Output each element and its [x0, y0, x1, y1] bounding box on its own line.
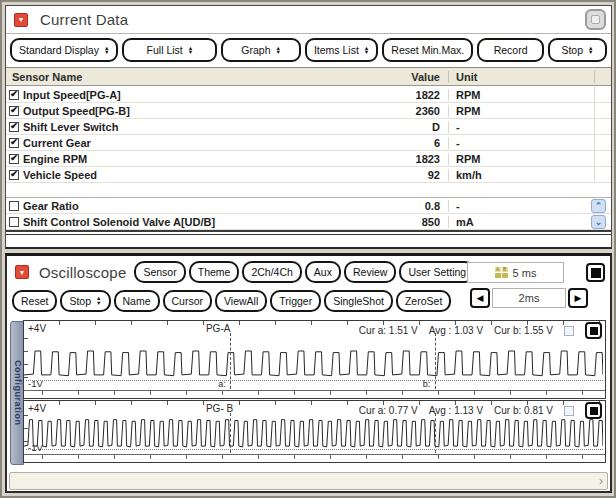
timebase-increase-button[interactable]: ▶	[568, 288, 588, 308]
table-row[interactable]: Shift Control Solenoid Valve A[UD/B]850m…	[6, 214, 611, 230]
name-button[interactable]: Name	[114, 290, 160, 312]
timebase-decrease-button[interactable]: ◀	[470, 288, 490, 308]
table-row[interactable]: Shift Lever SwitchD-	[6, 119, 611, 135]
collapse-toggle-icon[interactable]: ▼	[14, 13, 28, 27]
table-row[interactable]: Input Speed[PG-A]1822RPM	[6, 87, 611, 103]
maximize-button[interactable]	[585, 9, 606, 30]
review-button[interactable]: Review	[344, 261, 396, 283]
sensor-unit: km/h	[449, 167, 595, 182]
viewall-button[interactable]: ViewAll	[215, 290, 267, 312]
spinner-arrows-icon: ▲▼	[588, 46, 593, 55]
button-label: Graph	[241, 44, 270, 56]
sample-rate-box[interactable]: AB 5 ms	[467, 262, 564, 283]
oscilloscope-header: ▼ Oscilloscope SensorTheme2Ch/4ChAuxRevi…	[7, 258, 610, 286]
stop-button[interactable]: Stop▲▼	[548, 38, 607, 62]
checked-checkbox[interactable]	[9, 170, 19, 180]
checked-checkbox[interactable]	[9, 90, 19, 100]
cursor-a-line[interactable]	[230, 413, 231, 453]
table-row[interactable]: Current Gear6-	[6, 135, 611, 151]
2ch-4ch-button[interactable]: 2Ch/4Ch	[242, 261, 301, 283]
spinner-arrows-icon: ▲▼	[276, 46, 281, 55]
sensor-name: Shift Lever Switch	[23, 121, 365, 133]
black-square-icon	[591, 268, 601, 278]
channel-checkbox[interactable]	[564, 406, 574, 416]
sensor-value: 1822	[365, 89, 449, 101]
singleshot-button[interactable]: SingleShot	[324, 290, 393, 312]
cursor-b-line[interactable]	[435, 413, 436, 453]
spinner-arrows-icon: ▲▼	[188, 46, 193, 55]
channel-stop-button[interactable]	[585, 402, 602, 419]
items-list-button[interactable]: Items List▲▼	[305, 38, 378, 62]
timebase-value-box[interactable]: 2ms	[492, 288, 566, 308]
configuration-side-tab[interactable]: Configuration	[10, 321, 24, 465]
black-square-icon	[590, 327, 598, 335]
scope-stop-button[interactable]	[586, 263, 605, 282]
scope-header-buttons: SensorTheme2Ch/4ChAuxReviewUser Setting	[134, 261, 475, 283]
user-setting-button[interactable]: User Setting	[399, 261, 475, 283]
sensor-unit: -	[449, 135, 595, 150]
checked-checkbox[interactable]	[9, 154, 19, 164]
trigger-button[interactable]: Trigger	[270, 290, 321, 312]
channel-checkbox[interactable]	[564, 326, 574, 336]
collapse-toggle-icon[interactable]: ▼	[15, 265, 29, 279]
sensor-value: 6	[365, 137, 449, 149]
button-label: User Setting	[408, 266, 466, 278]
button-label: Cursor	[172, 295, 204, 307]
button-label: Full List	[147, 44, 183, 56]
sensor-name: Vehicle Speed	[23, 169, 365, 181]
table-end-divider	[6, 230, 611, 235]
button-label: Review	[353, 266, 387, 278]
oscilloscope-title: Oscilloscope	[39, 264, 126, 281]
button-label: Theme	[198, 266, 231, 278]
sensor-value: 92	[365, 169, 449, 181]
checked-checkbox[interactable]	[9, 122, 19, 132]
maximize-icon	[591, 15, 600, 24]
spinner-arrows-icon: ▲▼	[364, 46, 369, 55]
table-row[interactable]: Engine RPM1823RPM	[6, 151, 611, 167]
unchecked-checkbox[interactable]	[9, 217, 19, 227]
standard-display-button[interactable]: Standard Display▲▼	[10, 38, 118, 62]
cursor-a-label: a:	[218, 379, 226, 389]
reset-min-max-button[interactable]: Reset Min.Max.	[382, 38, 473, 62]
spinner-arrows-icon: ▲▼	[96, 296, 101, 305]
aux-button[interactable]: Aux	[305, 261, 341, 283]
cursor-a-value: Cur a: 0.77 V	[359, 405, 418, 416]
cursor-b-line[interactable]	[435, 333, 436, 389]
button-label: Sensor	[143, 266, 176, 278]
record-button[interactable]: Record	[477, 38, 544, 62]
scroll-right-icon: ›	[599, 474, 603, 488]
cursor-a-line[interactable]	[230, 333, 231, 389]
theme-button[interactable]: Theme	[189, 261, 240, 283]
cursor-b-value: Cur b: 0.81 V	[494, 405, 553, 416]
unchecked-checkbox[interactable]	[9, 201, 19, 211]
current-data-toolbar: Standard Display▲▼Full List▲▼Graph▲▼Item…	[6, 35, 611, 65]
channel-stop-button[interactable]	[585, 322, 602, 339]
checked-checkbox[interactable]	[9, 138, 19, 148]
full-list-button[interactable]: Full List▲▼	[122, 38, 217, 62]
scroll-down-button[interactable]: ⌄	[591, 215, 606, 229]
cursor-button[interactable]: Cursor	[163, 290, 213, 312]
average-value: Avg : 1.03 V	[429, 325, 483, 336]
scope-channels: +4V PG-A Cur a: 1.51 V Avg : 1.03 V Cur …	[23, 320, 606, 464]
reset-button[interactable]: Reset	[12, 290, 57, 312]
column-sensor-name: Sensor Name	[6, 71, 365, 83]
table-header: Sensor Name Value Unit	[6, 67, 611, 86]
stop-button[interactable]: Stop▲▼	[60, 290, 110, 312]
graph-button[interactable]: Graph▲▼	[221, 38, 301, 62]
zeroset-button[interactable]: ZeroSet	[396, 290, 451, 312]
checked-checkbox[interactable]	[9, 106, 19, 116]
sensor-unit: -	[449, 198, 595, 213]
scroll-up-button[interactable]: ⌃	[591, 199, 606, 213]
ab-grid-icon: AB	[495, 267, 508, 278]
sensor-button[interactable]: Sensor	[134, 261, 185, 283]
current-data-title: Current Data	[40, 11, 128, 28]
button-label: Trigger	[279, 295, 312, 307]
button-label: ZeroSet	[405, 295, 442, 307]
spinner-arrows-icon: ▲▼	[104, 46, 109, 55]
scope-scrollbar[interactable]: ›	[9, 472, 608, 490]
scope-channel-pg-b: +4V PG- B Cur a: 0.77 V Avg : 1.13 V Cur…	[23, 400, 606, 463]
table-row[interactable]: Gear Ratio0.8-	[6, 198, 611, 214]
table-row[interactable]: Vehicle Speed92km/h	[6, 167, 611, 183]
table-row[interactable]: Output Speed[PG-B]2360RPM	[6, 103, 611, 119]
sensor-rows-primary: Input Speed[PG-A]1822RPMOutput Speed[PG-…	[6, 87, 611, 183]
